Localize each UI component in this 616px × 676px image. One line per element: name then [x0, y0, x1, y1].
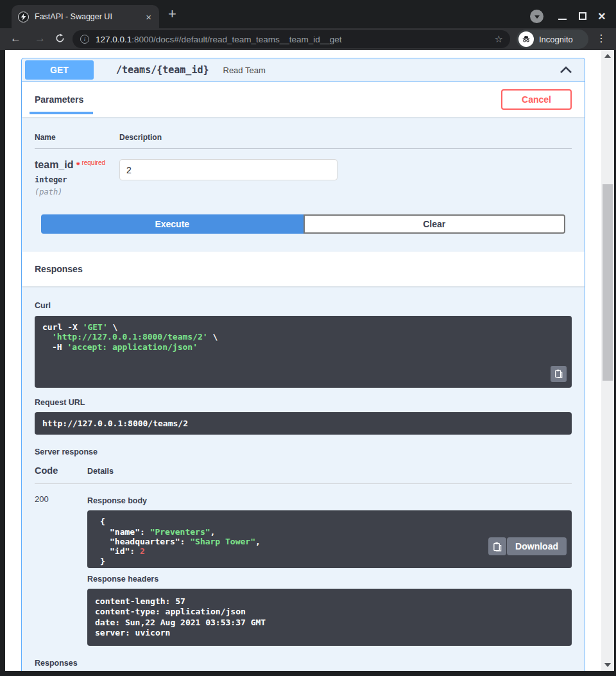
documented-responses-label: Responses [35, 659, 572, 668]
response-body-label: Response body [87, 496, 147, 505]
parameter-value-cell [119, 159, 338, 196]
new-tab-icon[interactable]: + [168, 8, 176, 21]
status-code: 200 [35, 494, 87, 645]
incognito-icon [518, 31, 534, 47]
parameters-column-headers: Name Description [35, 133, 572, 149]
collapse-chevron-icon[interactable] [560, 66, 572, 74]
parameter-location: (path) [35, 187, 119, 196]
team-id-input[interactable] [119, 159, 338, 180]
browser-menu-icon[interactable]: ⋮ [596, 32, 606, 44]
maximize-icon[interactable] [579, 12, 586, 20]
url-text[interactable]: 127.0.0.1:8000/docs#/default/read_team_t… [96, 35, 342, 44]
server-response-row: 200 Response body {"name": "Preventers",… [35, 484, 572, 645]
execute-button-group: Execute Clear [41, 214, 565, 234]
tab-close-icon[interactable]: × [144, 12, 153, 22]
details-column-header: Details [87, 467, 572, 476]
scrollbar-down-icon[interactable] [604, 663, 611, 667]
method-badge: GET [25, 60, 94, 80]
required-label: required [81, 159, 105, 166]
server-response-label: Server response [35, 447, 572, 456]
code-column-header: Code [35, 465, 87, 476]
responses-content: Curl curl -X 'GET' \'http://127.0.0.1:80… [22, 286, 585, 671]
responses-title: Responses [35, 264, 83, 274]
operation-summary[interactable]: GET /teams/{team_id} Read Team [22, 58, 585, 82]
url-rest: :8000/docs#/default/read_team_teams__tea… [132, 35, 341, 44]
tab-search-caret-icon[interactable] [530, 10, 543, 23]
server-response-headers-row: Code Details [35, 465, 572, 484]
tab-bar: FastAPI - Swagger UI × + × [0, 0, 616, 28]
parameter-row: team_id *required integer (path) [35, 159, 572, 196]
request-url-label: Request URL [35, 398, 572, 407]
curl-code-block: curl -X 'GET' \'http://127.0.0.1:8000/te… [35, 316, 572, 388]
reload-icon[interactable] [55, 33, 65, 46]
response-headers-block: content-length: 57content-type: applicat… [87, 589, 572, 645]
copy-response-icon[interactable] [488, 537, 506, 555]
download-button[interactable]: Download [507, 537, 567, 555]
curl-line-1: curl -X 'GET' \ [42, 322, 564, 332]
required-asterisk: * [76, 160, 80, 170]
browser-window: FastAPI - Swagger UI × + × ← → i 127.0.0… [0, 0, 616, 676]
opblock-get: GET /teams/{team_id} Read Team Parameter… [21, 58, 585, 671]
tab-title: FastAPI - Swagger UI [35, 12, 144, 21]
parameters-header: Parameters Cancel [22, 82, 585, 117]
minimize-icon[interactable] [558, 19, 567, 20]
response-details-cell: Response body {"name": "Preventers","hea… [87, 494, 572, 645]
scrollbar-up-icon[interactable] [604, 54, 611, 58]
address-bar[interactable]: i 127.0.0.1:8000/docs#/default/read_team… [73, 30, 510, 48]
url-host: 127.0.0.1 [96, 35, 132, 44]
swagger-page: GET /teams/{team_id} Read Team Parameter… [5, 50, 601, 671]
request-url-block: http://127.0.0.1:8000/teams/2 [35, 412, 572, 435]
incognito-label: Incognito [539, 35, 573, 44]
parameter-name: team_id *required [35, 159, 119, 171]
parameter-meta: team_id *required integer (path) [35, 159, 119, 196]
clear-button[interactable]: Clear [304, 214, 565, 234]
back-icon[interactable]: ← [10, 32, 21, 45]
page-scrollbar[interactable] [601, 50, 614, 671]
copy-curl-icon[interactable] [551, 366, 567, 382]
operation-path: /teams/{team_id} [116, 64, 209, 76]
parameters-title: Parameters [35, 94, 83, 105]
cancel-button[interactable]: Cancel [501, 89, 572, 110]
column-header-description: Description [119, 133, 162, 142]
operation-summary-text: Read Team [223, 65, 266, 75]
column-header-name: Name [35, 133, 119, 142]
parameters-table: Name Description team_id *required integ… [22, 133, 585, 234]
curl-label: Curl [35, 301, 51, 310]
curl-line-3: -H 'accept: application/json' [42, 342, 564, 352]
parameter-type: integer [35, 175, 119, 184]
request-url-value: http://127.0.0.1:8000/teams/2 [42, 419, 188, 428]
site-info-icon[interactable]: i [80, 35, 89, 44]
bookmark-star-icon[interactable]: ☆ [495, 33, 503, 45]
scrollbar-thumb[interactable] [603, 184, 613, 381]
curl-line-2: 'http://127.0.0.1:8000/teams/2' \ [42, 332, 564, 342]
incognito-badge: Incognito [517, 30, 588, 49]
execute-button[interactable]: Execute [41, 214, 304, 234]
responses-header: Responses [22, 252, 585, 286]
fastapi-favicon-icon [18, 12, 29, 22]
response-body-block: {"name": "Preventers","headquarters": "S… [87, 510, 572, 568]
forward-icon[interactable]: → [35, 32, 46, 45]
window-close-icon[interactable]: × [598, 9, 606, 24]
browser-tab[interactable]: FastAPI - Swagger UI × [12, 5, 159, 28]
